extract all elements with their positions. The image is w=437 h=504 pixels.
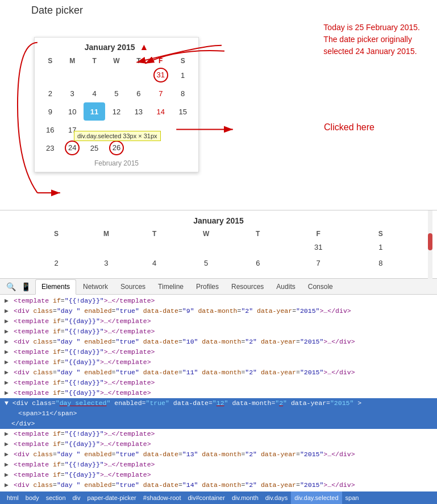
- highlighted-code-line-close: </div>: [0, 419, 437, 429]
- code-line: ▶ <template if="{{day}}">…</template>: [0, 357, 437, 367]
- mini-cal-header: January 2015 ▲: [39, 42, 194, 52]
- code-line: ▶ <div class="day " enabled="true" data-…: [0, 367, 437, 378]
- page-title: Date picker: [31, 5, 83, 16]
- scroll-thumb[interactable]: [428, 233, 432, 250]
- status-item-div-days[interactable]: div.days: [262, 491, 292, 504]
- status-bar: html body section div paper-date-picker …: [0, 491, 437, 504]
- tab-elements[interactable]: Elements: [35, 279, 76, 295]
- code-line: ▶ <div class="day " enabled="true" data-…: [0, 480, 437, 490]
- status-item-section[interactable]: section: [43, 491, 69, 504]
- tab-network[interactable]: Network: [77, 279, 114, 294]
- highlighted-code-line[interactable]: ▼ <div class="day selected" enabled="tru…: [0, 398, 437, 408]
- main-calendar-area: January 2015 S M T W T F S 31 1: [0, 210, 437, 279]
- status-item-div-month[interactable]: div.month: [228, 491, 262, 504]
- code-line: ▶ <template if="{{!day}}">…</template>: [0, 460, 437, 470]
- code-line: ▶ <div class="day " enabled="true" data-…: [0, 306, 437, 316]
- code-line: ▶ <template if="{{!day}}">…</template>: [0, 378, 437, 388]
- mini-calendar: January 2015 ▲ S M T W T F S: [34, 37, 199, 172]
- status-item-div-container[interactable]: div#container: [184, 491, 228, 504]
- code-line: ▶ <template if="{{!day}}">…</template>: [0, 347, 437, 357]
- selected-day-11[interactable]: 11: [84, 102, 106, 121]
- tab-profiles[interactable]: Profiles: [190, 279, 224, 294]
- status-item-paper-date-picker[interactable]: paper-date-picker: [84, 491, 140, 504]
- annotation-text: Today is 25 February 2015. The date pick…: [323, 22, 420, 57]
- status-item-div-day-selected[interactable]: div.day.selected: [291, 491, 342, 504]
- highlighted-code-line-span: <span>11</span>: [0, 408, 437, 419]
- devtools-panel: 🔍 📱 Elements Network Sources Timeline Pr…: [0, 279, 437, 491]
- status-item-div[interactable]: div: [69, 491, 84, 504]
- code-line: ▶ <template if="{{!day}}">…</template>: [0, 429, 437, 439]
- tab-resources[interactable]: Resources: [226, 279, 269, 294]
- code-line: ▶ <template if="{{day}}">…</template>: [0, 388, 437, 398]
- next-month-label: February 2015: [39, 159, 194, 167]
- clicked-here-label: Clicked here: [324, 122, 374, 133]
- code-line: ▶ <template if="{{day}}">…</template>: [0, 316, 437, 327]
- devtools-tabs: 🔍 📱 Elements Network Sources Timeline Pr…: [0, 279, 437, 295]
- code-line: ▶ <div class="day " enabled="true" data-…: [0, 449, 437, 460]
- code-line: ▶ <template if="{{day}}">…</template>: [0, 470, 437, 480]
- status-item-html[interactable]: html: [3, 491, 22, 504]
- main-cal-grid: S M T W T F S 31 1 2 3 4: [34, 229, 403, 271]
- main-cal-header: January 2015: [34, 216, 403, 225]
- device-icon[interactable]: 📱: [19, 280, 32, 293]
- tab-timeline[interactable]: Timeline: [152, 279, 189, 294]
- status-item-span[interactable]: span: [342, 491, 363, 504]
- code-line: ▶ <template if="{{day}}">…</template>: [0, 439, 437, 449]
- status-item-body[interactable]: body: [22, 491, 43, 504]
- code-line: ▶ <div class="day " enabled="true" data-…: [0, 337, 437, 347]
- tab-console[interactable]: Console: [302, 279, 339, 294]
- tooltip-box: div.day.selected 33px × 31px: [74, 131, 161, 141]
- status-item-shadow-root[interactable]: #shadow-root: [140, 491, 185, 504]
- scroll-indicator: [428, 210, 432, 279]
- top-annotation-section: Date picker Today is 25 February 2015. T…: [0, 0, 437, 210]
- tab-sources[interactable]: Sources: [115, 279, 151, 294]
- search-icon[interactable]: 🔍: [5, 280, 17, 293]
- devtools-icon-group: 🔍 📱: [2, 280, 34, 293]
- code-line: ▶ <template if="{{!day}}">…</template>: [0, 327, 437, 337]
- code-line: ▶ <template if="{{!day}}">…</template>: [0, 296, 437, 306]
- tab-audits[interactable]: Audits: [270, 279, 301, 294]
- devtools-content: ▶ <template if="{{!day}}">…</template> ▶…: [0, 295, 437, 491]
- mini-cal-grid: S M T W T F S 31 1: [39, 56, 194, 157]
